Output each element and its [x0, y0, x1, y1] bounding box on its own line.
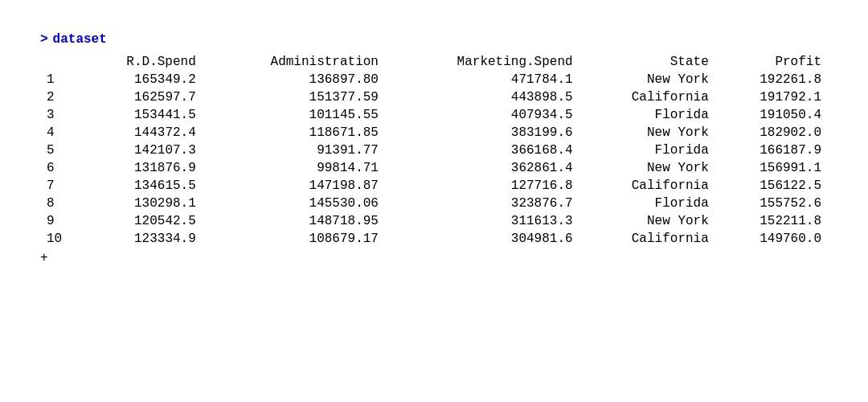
table-row: 1165349.2136897.80471784.1New York192261… — [40, 71, 828, 88]
data-table: R.D.Spend Administration Marketing.Spend… — [40, 53, 828, 248]
header-rdspend: R.D.Spend — [78, 53, 203, 71]
table-row: 10123334.9108679.17304981.6California149… — [40, 230, 828, 248]
table-row: 4144372.4118671.85383199.6New York182902… — [40, 124, 828, 142]
header-state: State — [579, 53, 715, 71]
table-row: 9120542.5148718.95311613.3New York152211… — [40, 212, 828, 230]
table-row: 6131876.999814.71362861.4New York156991.… — [40, 159, 828, 177]
table-row: 7134615.5147198.87127716.8California1561… — [40, 177, 828, 195]
prompt-arrow: > — [40, 32, 48, 47]
table-row: 2162597.7151377.59443898.5California1917… — [40, 88, 828, 106]
console-container: > dataset R.D.Spend Administration Marke… — [0, 0, 868, 297]
table-row: 5142107.391391.77366168.4Florida166187.9 — [40, 142, 828, 159]
prompt-command: dataset — [53, 32, 107, 47]
header-administration: Administration — [203, 53, 385, 71]
header-rownum — [40, 53, 78, 71]
table-header-row: R.D.Spend Administration Marketing.Spend… — [40, 53, 828, 71]
header-profit: Profit — [715, 53, 828, 71]
cursor-line: + — [40, 251, 828, 265]
table-row: 3153441.5101145.55407934.5Florida191050.… — [40, 106, 828, 124]
table-row: 8130298.1145530.06323876.7Florida155752.… — [40, 195, 828, 212]
header-marketingspend: Marketing.Spend — [385, 53, 579, 71]
prompt-line: > dataset — [40, 32, 828, 47]
